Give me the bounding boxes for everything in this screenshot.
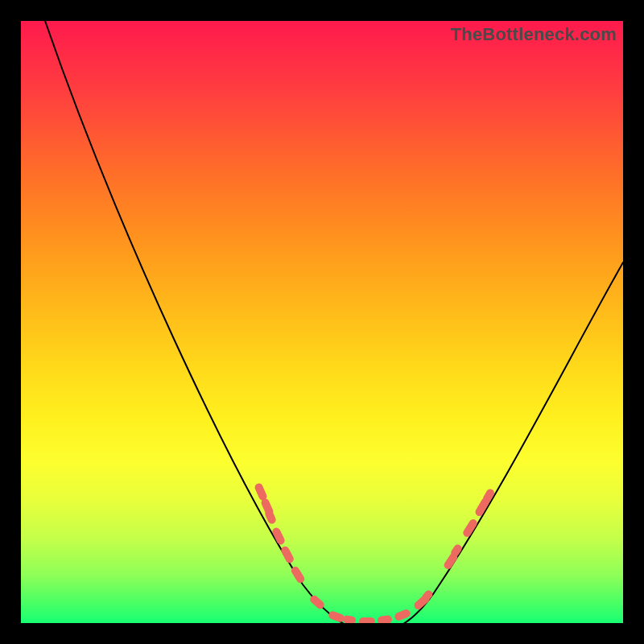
chart-frame: TheBottleneck.com <box>0 0 644 644</box>
curve-marker <box>359 617 375 623</box>
curve-marker <box>461 518 478 539</box>
curve-layer <box>21 21 623 623</box>
curve-path <box>45 21 623 623</box>
curve-marker <box>342 615 356 623</box>
curve-marker <box>279 545 295 564</box>
curve-marker <box>377 615 392 623</box>
curve-markers <box>254 482 496 623</box>
plot-area: TheBottleneck.com <box>21 21 623 623</box>
curve-marker <box>328 610 345 623</box>
curve-path-group <box>45 21 623 623</box>
curve-marker <box>254 482 268 502</box>
